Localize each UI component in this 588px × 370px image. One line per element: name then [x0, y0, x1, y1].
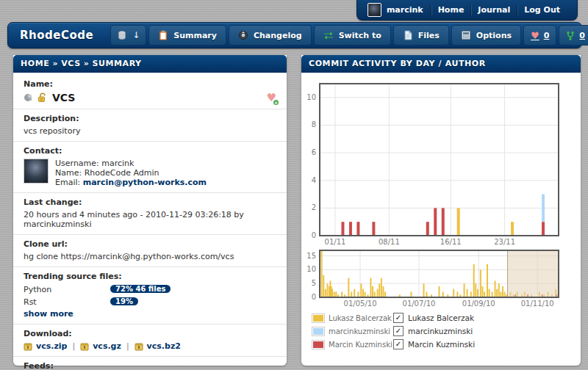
clone-url-label: Clone url:	[24, 239, 276, 249]
contact-avatar	[24, 159, 49, 184]
contact-email-link[interactable]: marcin@python-works.com	[83, 178, 207, 187]
svg-text:5: 5	[312, 279, 316, 287]
svg-text:01/05/10: 01/05/10	[344, 300, 377, 308]
divider: |	[125, 341, 131, 351]
download-zip-link[interactable]: vcs.zip	[36, 341, 67, 351]
contact-name: Name: RhodeCode Admin	[55, 168, 207, 178]
contact-section: Contact: Username: marcink Name: RhodeCo…	[13, 142, 287, 193]
clipboard-icon	[158, 30, 168, 40]
commit-activity-charts[interactable]: 024681001/1108/1116/1123/1105101501/05/1…	[301, 73, 581, 309]
legend-checkbox[interactable]: ✓	[393, 326, 404, 336]
name-label: Name:	[24, 79, 276, 89]
svg-text:0: 0	[312, 293, 316, 301]
unlock-icon	[37, 92, 47, 103]
breadcrumb-page[interactable]: SUMMARY	[92, 59, 141, 68]
trending-row: Rst 19%	[24, 297, 276, 307]
follow-plus-badge: +	[273, 100, 279, 105]
legend-checkbox[interactable]: ✓	[393, 313, 404, 323]
svg-text:10: 10	[306, 93, 316, 101]
repo-name: VCS	[52, 92, 75, 104]
logout-link[interactable]: Log Out	[517, 5, 567, 15]
svg-text:2: 2	[312, 203, 316, 211]
show-more-link[interactable]: show more	[24, 309, 74, 319]
page: marcink Home Journal Log Out RhodeCode ↓…	[0, 0, 588, 370]
breadcrumb-separator: »	[49, 59, 61, 68]
forks-counter[interactable]: 0	[559, 25, 588, 46]
nav-files[interactable]: Files	[393, 25, 449, 46]
trending-lang: Rst	[24, 297, 110, 307]
user-menu: marcink Home Journal Log Out	[356, 0, 578, 21]
download-bz2-link[interactable]: vcs.bz2	[147, 341, 181, 351]
legend-checkbox[interactable]: ✓	[393, 339, 404, 349]
changelog-icon	[238, 30, 248, 40]
nav-options[interactable]: Options	[451, 25, 521, 46]
followers-count: 0	[544, 31, 550, 40]
trending-section: Trending source files: Python 72% 46 fil…	[13, 267, 287, 324]
name-section: Name: VCS ♥ +	[13, 73, 287, 109]
legend-series-name: Marcin Kuzminski	[329, 341, 393, 349]
nav-switch-to[interactable]: Switch to	[314, 25, 391, 46]
legend-checkbox-label: Lukasz Balcerzak	[408, 313, 474, 322]
hg-icon	[24, 92, 34, 103]
breadcrumb-home[interactable]: HOME	[21, 59, 49, 68]
svg-text:01/07/10: 01/07/10	[403, 300, 436, 308]
last-change-text: 20 hours and 4 minutes ago - 2010-11-29 …	[24, 210, 276, 229]
follow-toggle[interactable]: ♥ +	[267, 92, 276, 104]
legend-row: Marcin Kuzminski ✓ Marcin Kuzminski	[312, 338, 475, 350]
legend-checkbox-label: Marcin Kuzminski	[408, 340, 475, 349]
feeds-label: Feeds:	[24, 361, 276, 370]
contact-email-label: Email:	[55, 178, 83, 187]
brand-logo[interactable]: RhodeCode	[8, 29, 108, 42]
activity-title: COMMIT ACTIVITY BY DAY / AUTHOR	[301, 55, 581, 73]
repo-quick-switcher[interactable]: ↓	[110, 25, 146, 46]
commit-activity-panel: COMMIT ACTIVITY BY DAY / AUTHOR 02468100…	[301, 55, 581, 366]
legend-series-name: Lukasz Balcerzak	[329, 314, 393, 322]
nav-files-label: Files	[418, 31, 440, 40]
svg-text:0: 0	[312, 231, 316, 239]
nav-items: ↓ Summary Changelog Switch to	[108, 23, 588, 48]
download-section: Download: vcs.zip | vcs.gz | vcs.bz2	[13, 324, 287, 357]
last-change-label: Last change:	[24, 197, 276, 207]
nav-summary-label: Summary	[173, 31, 217, 40]
nav-changelog[interactable]: Changelog	[229, 25, 312, 46]
description-section: Description: vcs repository	[13, 109, 287, 142]
breadcrumb-repo[interactable]: VCS	[61, 59, 81, 68]
description-text: vcs repository	[24, 126, 276, 136]
nav-changelog-label: Changelog	[254, 31, 302, 40]
legend-series-name: marcinkuzminski	[329, 327, 393, 335]
home-link[interactable]: Home	[431, 5, 471, 15]
followers-counter[interactable]: ♥ 0	[523, 25, 556, 46]
last-change-section: Last change: 20 hours and 4 minutes ago …	[13, 193, 287, 235]
svg-text:15: 15	[306, 252, 316, 260]
svg-text:6: 6	[312, 148, 316, 156]
forks-count: 0	[579, 31, 585, 40]
legend-checkbox-label: marcinkuzminski	[408, 327, 473, 335]
svg-text:01/11/10: 01/11/10	[521, 300, 554, 308]
legend-row: Lukasz Balcerzak ✓ Lukasz Balcerzak	[312, 312, 475, 324]
feeds-section: Feeds: RSS Atom	[13, 357, 287, 370]
trending-bar: 19%	[110, 297, 138, 305]
nav-switch-to-label: Switch to	[339, 31, 381, 40]
svg-text:01/09/10: 01/09/10	[462, 300, 495, 308]
chart-legend: Lukasz Balcerzak ✓ Lukasz Balcerzak marc…	[312, 312, 475, 352]
trending-bar: 72% 46 files	[110, 285, 171, 293]
legend-swatch-red	[312, 340, 325, 349]
archive-icon	[80, 342, 89, 351]
repository-icon	[117, 30, 127, 40]
download-gz-link[interactable]: vcs.gz	[93, 341, 121, 351]
user-avatar	[368, 3, 381, 17]
file-icon	[403, 30, 413, 40]
trending-label: Trending source files:	[24, 272, 276, 281]
switch-arrows-icon	[323, 30, 334, 40]
trending-lang: Python	[24, 285, 110, 294]
journal-link[interactable]: Journal	[471, 5, 517, 15]
trending-row: Python 72% 46 files	[24, 284, 276, 294]
contact-label: Contact:	[24, 146, 276, 156]
download-label: Download:	[24, 329, 276, 338]
svg-text:08/11: 08/11	[379, 238, 400, 246]
breadcrumb: HOME»VCS»SUMMARY	[13, 55, 287, 73]
nav-summary[interactable]: Summary	[148, 25, 226, 46]
divider: |	[71, 341, 76, 351]
clone-url-text: hg clone https://marcink@hg.python-works…	[24, 252, 276, 261]
clone-url-section: Clone url: hg clone https://marcink@hg.p…	[13, 235, 287, 267]
